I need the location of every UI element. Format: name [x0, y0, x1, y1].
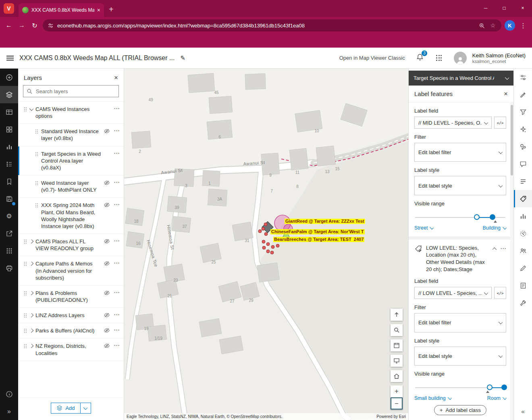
layer-row[interactable]: XXX Spring 2024 Moth Plant, Old Mans Bea… — [18, 198, 124, 234]
visibility-off-icon[interactable] — [104, 327, 110, 334]
chevron-right-icon[interactable] — [29, 239, 34, 244]
clustering-icon[interactable] — [514, 225, 532, 242]
panel-scrollbar[interactable] — [510, 102, 513, 420]
drag-handle-icon[interactable] — [24, 291, 27, 296]
layer-row-group[interactable]: NZ Regions, Districts, Localities ⋯ — [18, 339, 124, 361]
search-layers-input[interactable] — [35, 88, 115, 95]
layer-name[interactable]: Parks & Buffers (AklCncl) — [35, 327, 94, 334]
zoom-in-button[interactable]: + — [391, 385, 403, 397]
layer-options-icon[interactable]: ⋯ — [114, 312, 120, 318]
label-field-dropdown-2[interactable]: // LOW LEVEL - Species, ... — [414, 287, 492, 299]
range-handle-max[interactable] — [490, 214, 495, 220]
filter-icon[interactable] — [514, 103, 532, 121]
drag-handle-icon[interactable] — [24, 107, 27, 112]
layer-name[interactable]: LINZ Address Layers — [35, 312, 84, 319]
layer-row-group[interactable]: LINZ Address Layers ⋯ — [18, 308, 124, 323]
fields-icon[interactable] — [514, 173, 532, 190]
charts-icon[interactable] — [514, 207, 532, 225]
layer-name[interactable]: XXX Spring 2024 Moth Plant, Old Mans Bea… — [41, 202, 101, 230]
forward-icon[interactable]: → — [17, 22, 27, 29]
sharing-icon[interactable] — [514, 242, 532, 259]
layer-name[interactable]: Weed Instance layer (v0.7)- MothPlant ON… — [41, 180, 101, 193]
add-layer-button[interactable]: Add — [51, 403, 80, 414]
window-minimize-icon[interactable]: ─ — [476, 0, 495, 16]
layer-name[interactable]: CAMS Weed Instances options — [35, 106, 96, 119]
url-text[interactable]: econethub.maps.arcgis.com/apps/mapviewer… — [57, 23, 475, 29]
layer-options-icon[interactable]: ⋯ — [114, 327, 120, 333]
layers-icon[interactable] — [0, 86, 18, 103]
chevron-up-icon[interactable] — [493, 248, 497, 252]
drag-handle-icon[interactable] — [35, 152, 39, 157]
timeline-button[interactable] — [391, 339, 403, 351]
expression-editor-button[interactable]: </> — [494, 117, 506, 129]
legend-icon[interactable] — [0, 155, 18, 173]
tables-icon[interactable] — [0, 103, 18, 121]
utilities-icon[interactable] — [514, 294, 532, 311]
browser-menu-kebab-icon[interactable]: ⋮ — [518, 22, 528, 29]
visible-range-slider-2[interactable] — [414, 383, 506, 393]
browser-tab[interactable]: XXX CAMS 0.8bX Weeds Map A × — [19, 3, 104, 17]
layer-options-icon[interactable]: ⋯ — [114, 343, 120, 348]
layer-row[interactable]: Weed Instance layer (v0.7)- MothPlant ON… — [18, 176, 124, 198]
edit-title-icon[interactable]: ✎ — [180, 54, 185, 62]
visibility-off-icon[interactable] — [104, 180, 110, 186]
aggregation-icon[interactable] — [514, 138, 532, 155]
visibility-off-icon[interactable] — [104, 128, 110, 134]
reset-compass-button[interactable] — [391, 309, 403, 321]
drag-handle-icon[interactable] — [24, 344, 27, 349]
share-icon[interactable] — [0, 225, 18, 242]
back-icon[interactable]: ← — [4, 22, 14, 29]
map-canvas[interactable]: Awanui St Awanui St Hinemoa St Hinemoa T… — [124, 69, 408, 420]
zoom-page-icon[interactable] — [479, 23, 485, 29]
range-min-link[interactable]: Street — [414, 225, 433, 231]
layer-selector-dropdown[interactable]: Target Species in a Weed Control A... — [409, 71, 513, 86]
effects-icon[interactable] — [514, 121, 532, 138]
range-max-link[interactable]: Building — [483, 225, 506, 231]
notifications-bell-icon[interactable]: 3 — [416, 53, 424, 63]
label-field-dropdown[interactable]: // MID LEVEL - Species, O... — [414, 117, 492, 129]
browser-profile-avatar[interactable]: K — [505, 20, 515, 31]
window-close-icon[interactable]: × — [513, 0, 532, 16]
layer-options-icon[interactable]: ⋯ — [114, 106, 120, 111]
drag-handle-icon[interactable] — [35, 129, 39, 134]
properties-icon[interactable] — [514, 69, 532, 86]
chevron-right-icon[interactable] — [29, 291, 34, 295]
layer-options-icon[interactable]: ⋯ — [114, 180, 120, 185]
site-settings-icon[interactable] — [48, 23, 54, 29]
zoom-out-button[interactable]: − — [391, 397, 403, 410]
add-data-icon[interactable] — [0, 69, 18, 86]
close-label-panel-icon[interactable]: × — [504, 90, 508, 97]
styles-icon[interactable] — [514, 86, 532, 103]
visibility-off-icon[interactable] — [104, 290, 110, 296]
edit-icon[interactable] — [514, 259, 532, 277]
edit-label-style-dropdown-2[interactable]: Edit label style — [414, 347, 506, 366]
layer-row-selected[interactable]: Target Species in a Weed Control Area la… — [18, 146, 124, 176]
layer-row-group[interactable]: Parks & Buffers (AklCncl) ⋯ — [18, 323, 124, 339]
new-tab-button[interactable]: + — [109, 5, 114, 14]
visible-range-slider[interactable] — [414, 213, 506, 222]
range-min-link[interactable]: Small building — [414, 395, 451, 401]
drag-handle-icon[interactable] — [24, 239, 27, 244]
drag-handle-icon[interactable] — [35, 203, 39, 208]
map-settings-gear-icon[interactable]: ⚙ — [0, 207, 18, 225]
drag-handle-icon[interactable] — [35, 181, 39, 186]
label-class-options-icon[interactable]: ⋯ — [500, 246, 506, 251]
add-layer-dropdown-button[interactable] — [81, 403, 91, 414]
map-search-button[interactable] — [391, 324, 403, 336]
add-label-class-button[interactable]: + Add label class — [434, 405, 486, 415]
layer-search[interactable] — [23, 85, 119, 97]
layer-row-group[interactable]: CAMS Weed Instances options ⋯ — [18, 102, 124, 124]
layer-name[interactable]: Capture Paths & Memos (In Advanced versi… — [35, 260, 96, 281]
tab-close-icon[interactable]: × — [97, 7, 100, 13]
presentation-button[interactable] — [391, 355, 403, 367]
apps-icon[interactable] — [0, 242, 18, 259]
layer-row[interactable]: Standard Weed Instance layer (v0.8bx) ⋯ — [18, 124, 124, 146]
chevron-right-icon[interactable] — [29, 344, 34, 349]
user-avatar[interactable] — [454, 52, 467, 65]
visibility-off-icon[interactable] — [104, 343, 110, 349]
layer-name[interactable]: NZ Regions, Districts, Localities — [35, 343, 96, 356]
layer-row-group[interactable]: Capture Paths & Memos (In Advanced versi… — [18, 256, 124, 285]
visibility-off-icon[interactable] — [104, 312, 110, 318]
basemap-icon[interactable] — [0, 121, 18, 138]
range-handle-min[interactable] — [487, 384, 493, 390]
